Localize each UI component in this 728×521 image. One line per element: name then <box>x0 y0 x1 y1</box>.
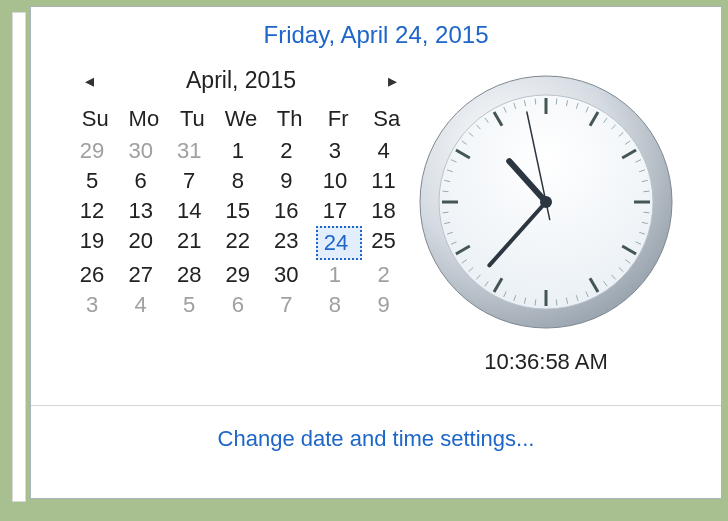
calendar-day[interactable]: 28 <box>171 260 217 290</box>
calendar-day[interactable]: 5 <box>74 166 120 196</box>
calendar-day[interactable]: 8 <box>316 290 362 320</box>
svg-line-31 <box>556 299 557 305</box>
calendar-day[interactable]: 8 <box>219 166 265 196</box>
calendar-day[interactable]: 5 <box>171 290 217 320</box>
calendar-day[interactable]: 26 <box>74 260 120 290</box>
calendar-day[interactable]: 25 <box>365 226 411 260</box>
svg-line-18 <box>643 212 649 213</box>
calendar-day[interactable]: 1 <box>219 136 265 166</box>
calendar-day-header: Su <box>71 102 120 136</box>
svg-line-61 <box>535 99 536 105</box>
clock-face-icon <box>416 72 676 332</box>
calendar-day-header: Sa <box>362 102 411 136</box>
calendar-day[interactable]: 7 <box>171 166 217 196</box>
calendar-day-selected[interactable]: 24 <box>316 226 362 260</box>
svg-line-16 <box>643 191 649 192</box>
calendar-day[interactable]: 2 <box>365 260 411 290</box>
calendar-day[interactable]: 12 <box>74 196 120 226</box>
calendar-day[interactable]: 7 <box>268 290 314 320</box>
calendar-month-label[interactable]: April, 2015 <box>186 67 296 94</box>
calendar-header: ◂ April, 2015 ▸ <box>71 67 411 102</box>
current-date-heading: Friday, April 24, 2015 <box>31 7 721 67</box>
digital-time: 10:36:58 AM <box>484 349 608 375</box>
calendar-day[interactable]: 14 <box>171 196 217 226</box>
next-month-button[interactable]: ▸ <box>380 68 405 94</box>
calendar-day-header: Fr <box>314 102 363 136</box>
calendar-day[interactable]: 3 <box>74 290 120 320</box>
calendar-day[interactable]: 6 <box>122 166 168 196</box>
svg-point-65 <box>540 196 552 208</box>
calendar-day[interactable]: 21 <box>171 226 217 260</box>
prev-month-button[interactable]: ◂ <box>77 68 102 94</box>
calendar-day[interactable]: 4 <box>122 290 168 320</box>
calendar-day-header: Mo <box>120 102 169 136</box>
content-area: ◂ April, 2015 ▸ SuMoTuWeThFrSa2930311234… <box>31 67 721 385</box>
calendar-day[interactable]: 30 <box>122 136 168 166</box>
calendar-grid: SuMoTuWeThFrSa29303112345678910111213141… <box>71 102 411 320</box>
calendar-day[interactable]: 2 <box>268 136 314 166</box>
analog-clock <box>411 67 681 337</box>
calendar-day[interactable]: 16 <box>268 196 314 226</box>
footer: Change date and time settings... <box>31 406 721 498</box>
date-time-flyout: Friday, April 24, 2015 ◂ April, 2015 ▸ S… <box>30 6 722 499</box>
calendar-day[interactable]: 29 <box>74 136 120 166</box>
calendar-day[interactable]: 30 <box>268 260 314 290</box>
calendar-day[interactable]: 6 <box>219 290 265 320</box>
calendar-day[interactable]: 23 <box>268 226 314 260</box>
calendar-day[interactable]: 17 <box>316 196 362 226</box>
calendar-day[interactable]: 13 <box>122 196 168 226</box>
calendar-day[interactable]: 27 <box>122 260 168 290</box>
calendar: ◂ April, 2015 ▸ SuMoTuWeThFrSa2930311234… <box>71 67 411 375</box>
change-settings-link[interactable]: Change date and time settings... <box>218 426 535 451</box>
calendar-day[interactable]: 15 <box>219 196 265 226</box>
calendar-day[interactable]: 20 <box>122 226 168 260</box>
calendar-day[interactable]: 1 <box>316 260 362 290</box>
clock-panel: 10:36:58 AM <box>411 67 681 375</box>
calendar-day[interactable]: 31 <box>171 136 217 166</box>
background-strip <box>12 12 26 502</box>
calendar-day[interactable]: 9 <box>365 290 411 320</box>
calendar-day[interactable]: 19 <box>74 226 120 260</box>
svg-line-48 <box>443 191 449 192</box>
calendar-day-header: Th <box>265 102 314 136</box>
calendar-day[interactable]: 18 <box>365 196 411 226</box>
calendar-day[interactable]: 29 <box>219 260 265 290</box>
calendar-day[interactable]: 4 <box>365 136 411 166</box>
calendar-day[interactable]: 3 <box>316 136 362 166</box>
calendar-day-header: We <box>217 102 266 136</box>
calendar-day-header: Tu <box>168 102 217 136</box>
svg-line-33 <box>535 299 536 305</box>
svg-line-46 <box>443 212 449 213</box>
calendar-day[interactable]: 11 <box>365 166 411 196</box>
calendar-day[interactable]: 22 <box>219 226 265 260</box>
calendar-day[interactable]: 9 <box>268 166 314 196</box>
svg-line-3 <box>556 99 557 105</box>
calendar-day[interactable]: 10 <box>316 166 362 196</box>
